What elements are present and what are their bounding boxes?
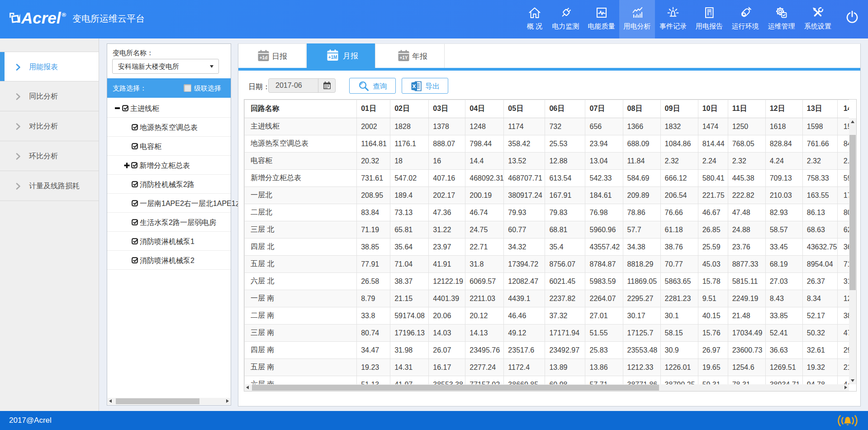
svg-text:+1d: +1d [260,55,268,60]
svg-text:+1Y: +1Y [399,55,408,60]
svg-text:+1M: +1M [328,55,337,60]
